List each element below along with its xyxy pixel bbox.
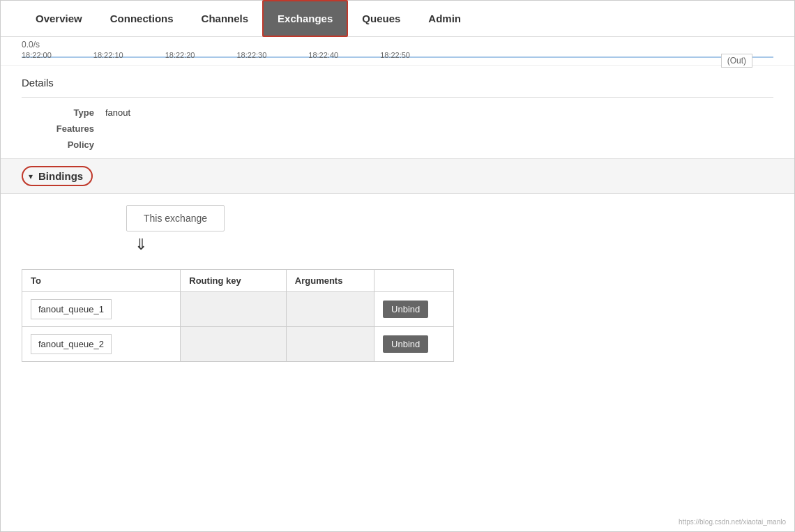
nav-item-overview[interactable]: Overview [22, 1, 96, 36]
queue-name-1: fanout_queue_1 [31, 299, 112, 319]
nav-item-queues[interactable]: Queues [348, 1, 414, 36]
bindings-title: Bindings [38, 170, 83, 182]
features-label: Features [22, 123, 105, 134]
nav-bar: Overview Connections Channels Exchanges … [1, 1, 794, 37]
col-arguments: Arguments [286, 270, 374, 292]
exchange-box: This exchange [126, 205, 225, 231]
arguments-cell-2 [286, 327, 374, 362]
time-label-1: 18:22:10 [93, 51, 123, 59]
details-section: Details Type fanout Features Policy [1, 66, 794, 158]
details-row-features: Features [22, 121, 773, 137]
unbind-button-1[interactable]: Unbind [383, 301, 428, 318]
unbind-button-2[interactable]: Unbind [383, 335, 428, 353]
time-label-5: 18:22:50 [380, 51, 410, 59]
action-cell-1: Unbind [374, 292, 454, 327]
table-row: fanout_queue_1 Unbind [22, 292, 454, 327]
type-value: fanout [105, 107, 130, 118]
details-row-policy: Policy [22, 137, 773, 153]
time-label-2: 18:22:20 [165, 51, 195, 59]
bindings-oval[interactable]: ▾ Bindings [22, 166, 93, 186]
bindings-table: To Routing key Arguments fanout_queue_1 … [22, 269, 454, 362]
queue-name-2: fanout_queue_2 [31, 334, 112, 354]
nav-item-connections[interactable]: Connections [96, 1, 188, 36]
bindings-chevron-icon: ▾ [29, 172, 33, 181]
nav-item-admin[interactable]: Admin [414, 1, 475, 36]
queue-cell-2: fanout_queue_2 [22, 327, 181, 362]
details-row-type: Type fanout [22, 105, 773, 121]
binding-flow: This exchange ⇓ [1, 194, 794, 269]
watermark: https://blog.csdn.net/xiaotai_manlo [679, 518, 786, 526]
table-row: fanout_queue_2 Unbind [22, 327, 454, 362]
time-label-4: 18:22:40 [308, 51, 338, 59]
type-label: Type [22, 107, 105, 118]
time-labels: 18:22:00 18:22:10 18:22:20 18:22:30 18:2… [22, 51, 773, 59]
details-table: Type fanout Features Policy [22, 105, 773, 153]
routing-key-cell-2 [181, 327, 287, 362]
queue-cell-1: fanout_queue_1 [22, 292, 181, 327]
chart-rate: 0.0/s [22, 40, 773, 50]
routing-key-cell-1 [181, 292, 287, 327]
arguments-cell-1 [286, 292, 374, 327]
page-wrapper: Overview Connections Channels Exchanges … [0, 0, 795, 532]
col-to: To [22, 270, 181, 292]
bindings-section: ▾ Bindings [1, 158, 794, 194]
col-action [374, 270, 454, 292]
nav-item-exchanges[interactable]: Exchanges [262, 0, 348, 37]
time-label-0: 18:22:00 [22, 51, 52, 59]
arrow-down-icon: ⇓ [126, 237, 147, 252]
time-label-3: 18:22:30 [236, 51, 266, 59]
action-cell-2: Unbind [374, 327, 454, 362]
col-routing-key: Routing key [181, 270, 287, 292]
bindings-table-wrapper: To Routing key Arguments fanout_queue_1 … [1, 269, 794, 376]
policy-label: Policy [22, 139, 105, 150]
chart-area: 0.0/s 18:22:00 18:22:10 18:22:20 18:22:3… [1, 37, 794, 66]
nav-item-channels[interactable]: Channels [188, 1, 263, 36]
details-section-title: Details [22, 77, 773, 89]
